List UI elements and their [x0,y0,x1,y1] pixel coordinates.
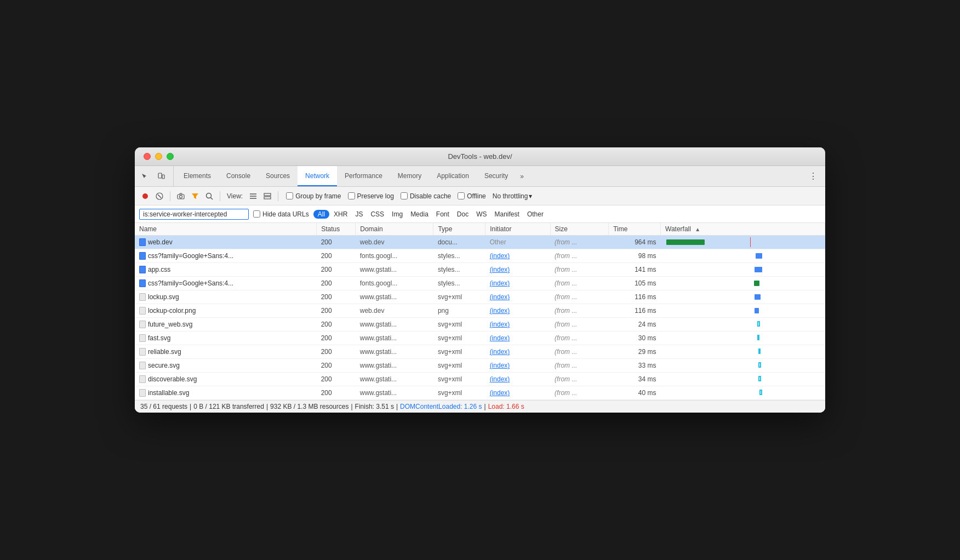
cell-initiator[interactable]: (index) [485,386,550,400]
table-row[interactable]: reliable.svg 200 www.gstati... svg+xml (… [135,345,825,359]
cell-waterfall [661,263,825,277]
throttle-select[interactable]: No throttling ▾ [493,192,533,200]
cell-initiator[interactable]: (index) [485,318,550,332]
view-list-button[interactable] [247,190,259,202]
filter-font-btn[interactable]: Font [433,210,453,219]
cell-size: (from ... [550,345,609,359]
cell-waterfall [661,304,825,318]
tab-console[interactable]: Console [219,166,258,186]
table-row[interactable]: installable.svg 200 www.gstati... svg+xm… [135,386,825,400]
col-type[interactable]: Type [433,223,485,236]
device-toggle-icon[interactable] [155,170,168,183]
minimize-button[interactable] [155,153,162,160]
cell-name: lockup.svg [135,290,317,304]
filter-js-btn[interactable]: JS [352,210,366,219]
inspect-icon[interactable] [138,170,151,183]
col-waterfall[interactable]: Waterfall ▲ [661,223,825,236]
cell-domain: www.gstati... [356,263,433,277]
tab-network[interactable]: Network [298,166,337,186]
tab-security[interactable]: Security [477,166,516,186]
cell-initiator[interactable]: (index) [485,373,550,386]
cell-initiator[interactable]: (index) [485,263,550,277]
cell-domain: www.gstati... [356,345,433,359]
table-row[interactable]: secure.svg 200 www.gstati... svg+xml (in… [135,359,825,373]
tabs-row: Elements Console Sources Network Perform… [135,166,825,187]
col-name[interactable]: Name [135,223,317,236]
table-row[interactable]: future_web.svg 200 www.gstati... svg+xml… [135,318,825,332]
table-row[interactable]: css?family=Google+Sans:4... 200 fonts.go… [135,277,825,290]
cell-initiator[interactable]: (index) [485,345,550,359]
cell-initiator[interactable]: (index) [485,277,550,290]
traffic-lights [144,153,174,160]
tab-sources[interactable]: Sources [258,166,298,186]
cell-waterfall [661,386,825,400]
cell-size: (from ... [550,277,609,290]
status-finish: Finish: 3.51 s [355,403,394,410]
cell-initiator[interactable]: (index) [485,332,550,345]
cell-waterfall [661,290,825,304]
tab-application[interactable]: Application [429,166,477,186]
cell-domain: www.gstati... [356,290,433,304]
window-title: DevTools - web.dev/ [448,152,512,161]
more-options-button[interactable]: ⋮ [804,166,822,186]
tab-memory[interactable]: Memory [390,166,429,186]
tab-performance[interactable]: Performance [337,166,390,186]
record-button[interactable] [139,190,151,202]
search-button[interactable] [203,190,215,202]
table-header-row: Name Status Domain Type Initiator Size T… [135,223,825,236]
filter-xhr-btn[interactable]: XHR [330,210,351,219]
table-row[interactable]: lockup.svg 200 www.gstati... svg+xml (in… [135,290,825,304]
svg-point-6 [180,195,182,198]
filter-manifest-btn[interactable]: Manifest [492,210,523,219]
hide-data-urls-checkbox[interactable]: Hide data URLs [253,210,309,218]
cell-name: installable.svg [135,386,317,400]
disable-cache-checkbox[interactable]: Disable cache [401,192,451,200]
cell-status: 200 [317,290,356,304]
file-name: fast.svg [148,334,170,342]
cell-initiator[interactable]: (index) [485,290,550,304]
preserve-log-checkbox[interactable]: Preserve log [348,192,394,200]
table-row[interactable]: app.css 200 www.gstati... styles... (ind… [135,263,825,277]
filter-other-btn[interactable]: Other [524,210,547,219]
col-initiator[interactable]: Initiator [485,223,550,236]
filter-css-btn[interactable]: CSS [367,210,387,219]
tab-elements[interactable]: Elements [176,166,219,186]
group-by-frame-checkbox[interactable]: Group by frame [286,192,341,200]
col-time[interactable]: Time [609,223,661,236]
col-size[interactable]: Size [550,223,609,236]
network-table-container[interactable]: Name Status Domain Type Initiator Size T… [135,223,825,400]
cell-domain: fonts.googl... [356,249,433,263]
maximize-button[interactable] [167,153,174,160]
table-row[interactable]: discoverable.svg 200 www.gstati... svg+x… [135,373,825,386]
network-table: Name Status Domain Type Initiator Size T… [135,223,825,400]
col-status[interactable]: Status [317,223,356,236]
cell-initiator[interactable]: (index) [485,249,550,263]
cell-domain: www.gstati... [356,359,433,373]
filter-button[interactable] [189,190,201,202]
col-domain[interactable]: Domain [356,223,433,236]
svg-point-2 [142,193,148,199]
more-tabs-button[interactable]: » [516,166,528,186]
filter-doc-btn[interactable]: Doc [454,210,472,219]
table-row[interactable]: css?family=Google+Sans:4... 200 fonts.go… [135,249,825,263]
cell-waterfall [661,277,825,290]
filter-img-btn[interactable]: Img [388,210,406,219]
filter-ws-btn[interactable]: WS [473,210,490,219]
status-bar: 35 / 61 requests | 0 B / 121 KB transfer… [135,400,825,413]
camera-button[interactable] [175,190,187,202]
cell-status: 200 [317,332,356,345]
network-tbody: web.dev 200 web.dev docu... Other (from … [135,236,825,400]
cell-initiator[interactable]: (index) [485,304,550,318]
filter-all-btn[interactable]: All [313,210,329,219]
cell-domain: www.gstati... [356,318,433,332]
table-row[interactable]: lockup-color.png 200 web.dev png (index)… [135,304,825,318]
offline-checkbox[interactable]: Offline [458,192,485,200]
close-button[interactable] [144,153,151,160]
view-large-button[interactable] [261,190,273,202]
filter-media-btn[interactable]: Media [407,210,432,219]
clear-button[interactable] [153,190,165,202]
cell-initiator[interactable]: (index) [485,359,550,373]
table-row[interactable]: web.dev 200 web.dev docu... Other (from … [135,236,825,249]
table-row[interactable]: fast.svg 200 www.gstati... svg+xml (inde… [135,332,825,345]
filter-input[interactable] [139,209,249,220]
